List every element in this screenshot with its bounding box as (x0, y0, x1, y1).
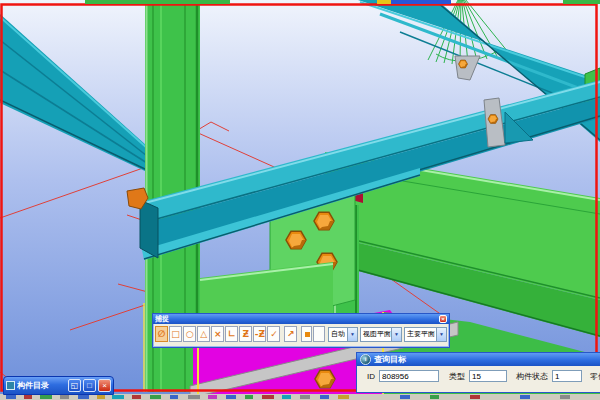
snap-circle-icon[interactable]: ○ (183, 326, 196, 342)
snap-minus-z-icon[interactable]: -Ƶ (253, 326, 266, 342)
snap-points-icon[interactable]: ∅ (155, 326, 168, 342)
chevron-down-icon: ▼ (436, 328, 446, 341)
snap-depth-icon[interactable] (301, 326, 313, 342)
snap-toolbar-titlebar[interactable]: 捕捉 × (153, 314, 449, 324)
type-label: 类型 (449, 371, 465, 382)
chevron-down-icon: ▼ (347, 328, 357, 341)
snap-toolbar: 捕捉 × ∅ □ ○ △ × ∟ Ƶ -Ƶ ✓ ↗ 自动 ▼ 视图平面 ▼ (152, 313, 450, 348)
type-field[interactable] (469, 370, 507, 382)
snap-mode-value: 自动 (329, 329, 347, 339)
snap-perpendicular-icon[interactable]: ∟ (225, 326, 238, 342)
inquire-dialog-body: ID 类型 构件状态 零件状态 (357, 366, 600, 382)
main-plane-value: 主要平面 (405, 329, 436, 339)
component-catalog-miniwindow[interactable]: 构件目录 ◱ □ × (3, 376, 114, 395)
snap-line-icon[interactable]: ✓ (267, 326, 280, 342)
id-field[interactable] (379, 370, 439, 382)
component-catalog-title: 构件目录 (17, 380, 66, 391)
snap-square-icon[interactable]: □ (169, 326, 182, 342)
inquire-dialog-title: 查询目标 (374, 354, 406, 365)
snap-z-icon[interactable]: Ƶ (239, 326, 252, 342)
assembly-status-field[interactable] (552, 370, 582, 382)
component-catalog-icon (6, 381, 15, 390)
snap-plane-icon[interactable] (313, 326, 325, 342)
snap-toolbar-buttons: ∅ □ ○ △ × ∟ Ƶ -Ƶ ✓ ↗ 自动 ▼ 视图平面 ▼ 主要平面 (153, 324, 449, 342)
inquire-dialog-titlebar[interactable]: i 查询目标 (357, 353, 600, 366)
snap-triangle-icon[interactable]: △ (197, 326, 210, 342)
snap-intersection-icon[interactable]: × (211, 326, 224, 342)
snap-mode-dropdown[interactable]: 自动 ▼ (328, 327, 358, 342)
snap-toolbar-title: 捕捉 (155, 314, 439, 324)
inquire-dialog-icon: i (360, 354, 371, 365)
view-plane-value: 视图平面 (361, 329, 391, 339)
close-icon[interactable]: × (98, 379, 111, 392)
inquire-object-dialog: i 查询目标 ID 类型 构件状态 零件状态 (356, 352, 600, 393)
id-label: ID (367, 372, 375, 381)
view-plane-dropdown[interactable]: 视图平面 ▼ (360, 327, 402, 342)
close-icon[interactable]: × (439, 315, 447, 323)
main-plane-dropdown[interactable]: 主要平面 ▼ (404, 327, 447, 342)
restore-icon[interactable]: ◱ (68, 379, 81, 392)
part-status-label: 零件状态 (590, 371, 600, 382)
snap-arrow-icon[interactable]: ↗ (284, 326, 297, 342)
assembly-status-label: 构件状态 (516, 371, 548, 382)
chevron-down-icon: ▼ (391, 328, 401, 341)
application-viewport: 捕捉 × ∅ □ ○ △ × ∟ Ƶ -Ƶ ✓ ↗ 自动 ▼ 视图平面 ▼ (0, 0, 600, 400)
maximize-icon[interactable]: □ (83, 379, 96, 392)
